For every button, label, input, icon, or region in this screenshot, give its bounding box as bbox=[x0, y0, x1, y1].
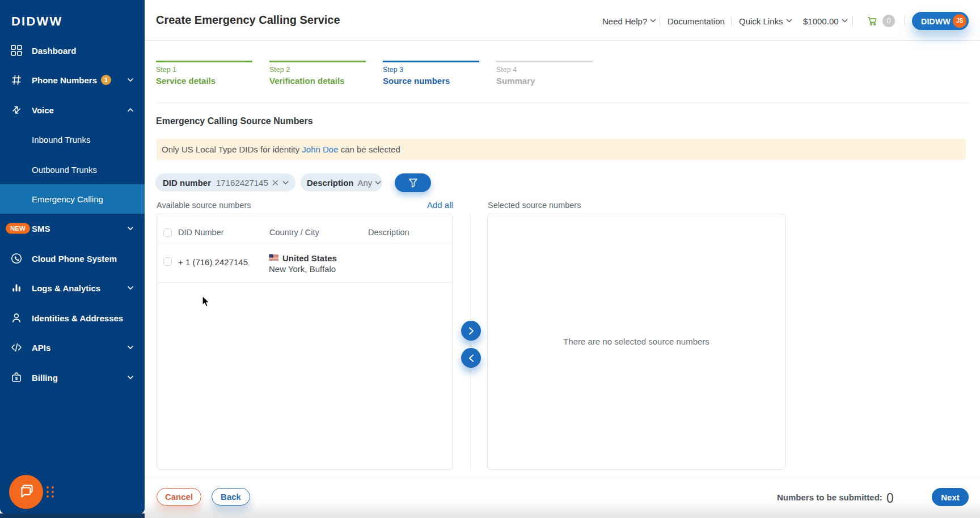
svg-text:$: $ bbox=[15, 376, 18, 381]
